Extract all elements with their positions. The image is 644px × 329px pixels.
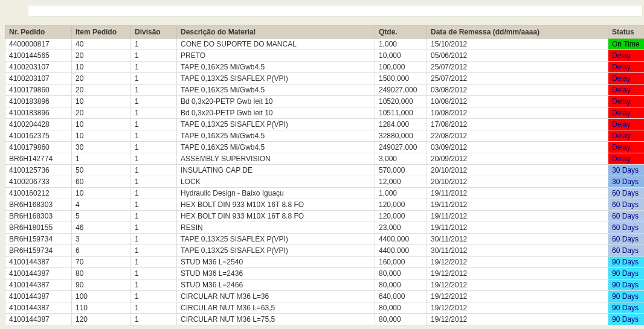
col-item-pedido[interactable]: Item Pedido [72,26,131,39]
cell-desc: ASSEMBLY SUPERVISION [177,153,375,165]
cell-item: 50 [72,165,131,176]
cell-item: 20 [72,73,131,85]
table-row[interactable]: 4100179860301TAPE 0,16X25 Mi/Gwb4.524902… [5,142,645,153]
cell-desc: CIRCULAR NUT M36 L=36 [177,291,375,302]
cell-status: 90 Days [608,257,645,268]
cell-desc: TAPE 0,13X25 SISAFLEX P(VPI) [177,245,375,257]
table-row[interactable]: 41001443871201CIRCULAR NUT M36 L=75,580,… [5,314,645,325]
cell-item: 100 [72,291,131,302]
cell-nr: 4100204428 [5,119,72,130]
cell-div: 1 [131,96,177,107]
cell-nr: 4100162375 [5,130,72,142]
cell-item: 10 [72,62,131,73]
cell-qtde: 80,000 [375,268,427,279]
cell-qtde: 23,000 [375,222,427,234]
cell-div: 1 [131,234,177,245]
table-header-row: Nr. Pedido Item Pedido Divisão Descrição… [5,26,645,39]
table-row[interactable]: 4100206733601LOCK12,00020/10/201230 Days [5,176,645,188]
cell-div: 1 [131,165,177,176]
table-row[interactable]: BR6H16830341HEX BOLT DIN 933 M10X 16T 8.… [5,199,645,211]
col-status[interactable]: Status [608,26,645,39]
table-row[interactable]: 4100179860201TAPE 0,16X25 Mi/Gwb4.524902… [5,85,645,96]
cell-qtde: 120,000 [375,211,427,222]
cell-item: 20 [72,85,131,96]
cell-div: 1 [131,291,177,302]
table-row[interactable]: BR6H15973431TAPE 0,13X25 SISAFLEX P(VPI)… [5,234,645,245]
cell-data: 19/12/2012 [427,302,608,314]
cell-desc: Bd 0,3x20-PETP Gwb leit 10 [177,107,375,119]
cell-qtde: 120,000 [375,199,427,211]
table-row[interactable]: 4100144565201PRETO10,00005/06/2012Delay [5,50,645,62]
cell-nr: 4100183896 [5,96,72,107]
col-qtde[interactable]: Qtde. [375,26,427,39]
cell-nr: BR6H142774 [5,153,72,165]
table-row[interactable]: 4100204428101TAPE 0,13X25 SISAFLEX P(VPI… [5,119,645,130]
cell-status: Delay [608,50,645,62]
cell-qtde: 80,000 [375,314,427,325]
table-row[interactable]: 4100203107201TAPE 0,13X25 SISAFLEX P(VPI… [5,73,645,85]
cell-item: 3 [72,234,131,245]
cell-status: 30 Days [608,176,645,188]
cell-qtde: 3,000 [375,153,427,165]
cell-div: 1 [131,257,177,268]
cell-data: 20/10/2012 [427,176,608,188]
table-row[interactable]: BR6H16830351HEX BOLT DIN 933 M10X 16T 8.… [5,211,645,222]
cell-nr: 4100179860 [5,142,72,153]
cell-nr: 4100160212 [5,188,72,199]
cell-nr: BR6H159734 [5,234,72,245]
cell-data: 30/11/2012 [427,234,608,245]
cell-nr: 4100203107 [5,73,72,85]
cell-qtde: 160,000 [375,257,427,268]
table-row[interactable]: 4100162375101TAPE 0,16X25 Mi/Gwb4.532880… [5,130,645,142]
cell-item: 90 [72,279,131,291]
cell-data: 15/10/2012 [427,39,608,50]
table-row[interactable]: BR6H14277411ASSEMBLY SUPERVISION3,00020/… [5,153,645,165]
table-row[interactable]: 4100144387701STUD M36 L=2540160,00019/12… [5,257,645,268]
table-row[interactable]: BR6H180155461RESIN23,00019/11/201260 Day… [5,222,645,234]
cell-status: Delay [608,107,645,119]
col-descricao[interactable]: Descrição do Material [177,26,375,39]
col-nr-pedido[interactable]: Nr. Pedido [5,26,72,39]
cell-data: 19/12/2012 [427,268,608,279]
col-divisao[interactable]: Divisão [131,26,177,39]
table-row[interactable]: 41001443871001CIRCULAR NUT M36 L=36640,0… [5,291,645,302]
cell-qtde: 1,000 [375,39,427,50]
table-row[interactable]: 4400000817401CONE DO SUPORTE DO MANCAL1,… [5,39,645,50]
cell-item: 6 [72,245,131,257]
table-row[interactable]: 4100203107101TAPE 0,16X25 Mi/Gwb4.5100,0… [5,62,645,73]
cell-item: 5 [72,211,131,222]
cell-data: 17/08/2012 [427,119,608,130]
table-row[interactable]: 4100183896101Bd 0,3x20-PETP Gwb leit 101… [5,96,645,107]
cell-nr: 4100144387 [5,302,72,314]
cell-item: 10 [72,96,131,107]
table-row[interactable]: BR6H15973461TAPE 0,13X25 SISAFLEX P(VPI)… [5,245,645,257]
cell-div: 1 [131,211,177,222]
cell-nr: 4100144387 [5,314,72,325]
cell-status: 60 Days [608,211,645,222]
col-data-remessa[interactable]: Data de Remessa (dd/mm/aaaa) [427,26,608,39]
cell-status: Delay [608,130,645,142]
cell-status: 60 Days [608,188,645,199]
cell-qtde: 4400,000 [375,234,427,245]
cell-data: 19/12/2012 [427,257,608,268]
cell-qtde: 249027,000 [375,142,427,153]
table-row[interactable]: 41001443871101CIRCULAR NUT M36 L=63,580,… [5,302,645,314]
cell-status: 90 Days [608,291,645,302]
cell-item: 110 [72,302,131,314]
cell-item: 20 [72,50,131,62]
cell-nr: 4100144565 [5,50,72,62]
cell-qtde: 640,000 [375,291,427,302]
table-row[interactable]: 4100144387801STUD M36 L=243680,00019/12/… [5,268,645,279]
table-row[interactable]: 4100183896201Bd 0,3x20-PETP Gwb leit 101… [5,107,645,119]
cell-status: 90 Days [608,268,645,279]
cell-data: 05/06/2012 [427,50,608,62]
table-row[interactable]: 4100160212101Hydraulic Design - Baixo Ig… [5,188,645,199]
table-row[interactable]: 4100144387901STUD M36 L=246680,00019/12/… [5,279,645,291]
cell-div: 1 [131,73,177,85]
cell-div: 1 [131,314,177,325]
cell-desc: Bd 0,3x20-PETP Gwb leit 10 [177,96,375,107]
cell-qtde: 1500,000 [375,73,427,85]
cell-qtde: 249027,000 [375,85,427,96]
table-row[interactable]: 4100125736501INSULATING CAP DE570,00020/… [5,165,645,176]
cell-qtde: 570,000 [375,165,427,176]
